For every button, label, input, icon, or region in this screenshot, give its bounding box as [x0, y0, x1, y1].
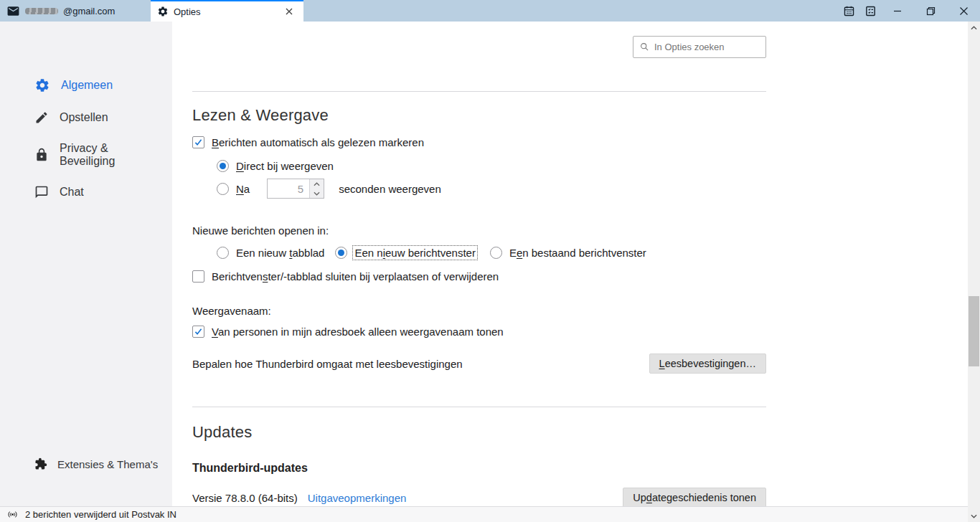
checkbox-close-on-move-label[interactable]: Berichtvenster/-tabblad sluiten bij verp… [212, 270, 499, 283]
puzzle-piece-icon [34, 457, 47, 470]
delay-spinner[interactable]: 5 [267, 179, 324, 199]
radio-new-window-label[interactable]: Een nieuw berichtvenster [353, 246, 476, 260]
thunderbird-window: @gmail.com Opties [0, 0, 980, 522]
tabbar-spacer [303, 0, 838, 22]
release-notes-link[interactable]: Uitgaveopmerkingen [308, 492, 407, 504]
gear-icon [157, 6, 169, 17]
checkbox-mark-read-label[interactable]: Berichten automatisch als gelezen marker… [212, 136, 424, 148]
updates-subheading: Thunderbird-updates [192, 462, 766, 475]
radio-new-tab-label[interactable]: Een nieuw tabblad [236, 247, 324, 259]
pencil-icon [34, 110, 49, 125]
search-placeholder: In Opties zoeken [654, 42, 725, 52]
tab-options[interactable]: Opties [151, 0, 303, 22]
radio-new-tab[interactable] [217, 247, 229, 259]
section-heading-updates: Updates [192, 423, 766, 442]
search-input[interactable]: In Opties zoeken [633, 36, 766, 58]
options-content: In Opties zoeken Lezen & Weergave Berich… [172, 22, 980, 506]
status-bar: 2 berichten verwijderd uit Postvak IN [0, 506, 968, 522]
search-icon [640, 42, 649, 52]
activity-broadcast-icon[interactable] [7, 510, 18, 519]
checkbox-mark-read[interactable] [192, 136, 204, 148]
spinner-down-icon[interactable] [310, 189, 324, 198]
radio-new-window[interactable] [335, 247, 347, 259]
radio-existing-window[interactable] [490, 247, 502, 259]
mail-tab-domain: @gmail.com [63, 6, 115, 16]
display-name-label: Weergavenaam: [192, 305, 766, 317]
restore-button[interactable] [914, 0, 947, 22]
receipts-button[interactable]: Leesbevestigingen… [649, 353, 766, 374]
radio-existing-window-label[interactable]: Een bestaand berichtvenster [509, 247, 646, 259]
radio-direct[interactable] [217, 160, 229, 172]
options-tab-label: Opties [174, 6, 201, 17]
radio-na[interactable] [217, 183, 229, 195]
spinner-up-icon[interactable] [310, 179, 324, 189]
radio-na-label[interactable]: Na [236, 183, 250, 195]
checkbox-addressbook-only[interactable] [192, 326, 204, 338]
close-window-button[interactable] [947, 0, 980, 22]
version-text: Versie 78.8.0 (64-bits) [192, 492, 298, 504]
checkbox-addressbook-only-label[interactable]: Van personen in mijn adresboek alleen we… [212, 326, 504, 338]
sidebar-item-opstellen[interactable]: Opstellen [0, 102, 172, 133]
sidebar-item-label: Algemeen [61, 79, 113, 92]
lock-icon [34, 148, 49, 162]
delay-suffix-label: seconden weergeven [339, 183, 441, 195]
sidebar-footer-label: Extensies & Thema's [57, 458, 158, 470]
checkbox-close-on-move[interactable] [192, 270, 204, 283]
tab-mail-account[interactable]: @gmail.com [0, 0, 151, 22]
tab-bar: @gmail.com Opties [0, 0, 980, 22]
chat-bubble-icon [34, 185, 49, 199]
options-sidebar: Algemeen Opstellen Privacy & Beveiliging… [0, 22, 172, 506]
scroll-up-icon[interactable] [968, 22, 980, 34]
scrollbar-thumb[interactable] [969, 296, 979, 366]
section-divider [192, 91, 766, 92]
section-heading-lezen: Lezen & Weergave [192, 106, 766, 125]
sidebar-item-extensions[interactable]: Extensies & Thema's [0, 450, 172, 478]
sidebar-item-algemeen[interactable]: Algemeen [0, 69, 172, 102]
redacted-email-name [25, 8, 58, 14]
close-tab-icon[interactable] [281, 4, 297, 19]
delay-value[interactable]: 5 [268, 179, 309, 198]
sidebar-item-label: Chat [60, 186, 84, 199]
scroll-down-icon[interactable] [968, 510, 980, 522]
sidebar-item-label: Privacy & Beveiliging [60, 142, 166, 168]
update-history-button[interactable]: Updategeschiedenis tonen [623, 488, 766, 506]
calendar-icon[interactable] [838, 0, 859, 22]
mail-envelope-icon [6, 4, 20, 18]
sidebar-item-label: Opstellen [60, 111, 108, 124]
status-text: 2 berichten verwijderd uit Postvak IN [25, 509, 176, 520]
tasks-icon[interactable] [859, 0, 881, 22]
vertical-scrollbar[interactable] [968, 22, 980, 522]
section-divider [192, 407, 766, 407]
open-in-label: Nieuwe berichten openen in: [192, 224, 766, 237]
radio-direct-label[interactable]: Direct bij weergeven [236, 160, 334, 172]
sidebar-item-chat[interactable]: Chat [0, 176, 172, 208]
gear-icon [34, 77, 50, 93]
minimize-button[interactable] [881, 0, 914, 22]
sidebar-item-privacy[interactable]: Privacy & Beveiliging [0, 133, 172, 176]
receipts-text: Bepalen hoe Thunderbird omgaat met leesb… [192, 358, 463, 370]
